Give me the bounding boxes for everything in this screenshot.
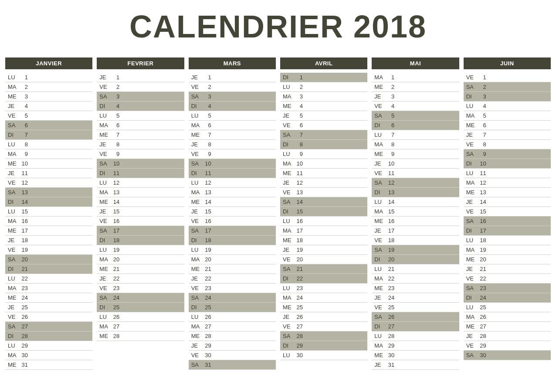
day-of-week: DI — [99, 103, 111, 109]
day-of-week: VE — [191, 285, 203, 291]
day-row: LU1 — [5, 73, 92, 82]
day-row: MA6 — [189, 121, 276, 130]
day-of-week: VE — [374, 304, 386, 311]
day-number: 6 — [111, 122, 119, 128]
day-of-week: MA — [191, 189, 203, 196]
day-number: 10 — [294, 160, 303, 167]
day-number: 26 — [478, 314, 486, 320]
day-number: 20 — [294, 256, 303, 263]
day-row: JE15 — [189, 207, 276, 216]
day-of-week: DI — [99, 304, 111, 311]
day-number: 12 — [111, 179, 119, 186]
day-of-week: DI — [374, 189, 386, 196]
day-of-week: MA — [99, 189, 111, 196]
day-row: VE25 — [372, 303, 459, 312]
day-number: 7 — [19, 132, 28, 138]
day-number: 1 — [478, 74, 486, 81]
day-of-week: MA — [466, 112, 478, 119]
day-row: ME27 — [464, 322, 551, 331]
day-row: JE12 — [280, 178, 367, 188]
day-number: 30 — [203, 352, 211, 358]
day-number: 18 — [386, 237, 394, 243]
month-column: AVRILDI1LU2MA3ME4JE5VE6SA7DI8LU9MA10ME11… — [280, 57, 367, 370]
day-number: 31 — [19, 362, 28, 368]
day-of-week: SA — [191, 362, 203, 368]
day-row: DI25 — [189, 303, 276, 312]
day-row: SA10 — [189, 159, 276, 169]
day-number: 14 — [111, 199, 119, 205]
day-of-week: VE — [191, 218, 203, 224]
day-of-week: ME — [191, 333, 203, 339]
month-column: MARSJE1VE2SA3DI4LU5MA6ME7JE8VE9SA10DI11L… — [189, 57, 276, 370]
day-row: DI11 — [189, 169, 276, 178]
day-row: SA21 — [280, 264, 367, 274]
day-number: 20 — [203, 256, 211, 263]
day-of-week: JE — [191, 141, 203, 148]
day-row: ME7 — [189, 130, 276, 140]
day-of-week: MA — [8, 285, 19, 291]
day-row: LU29 — [5, 341, 92, 351]
month-header: JUIN — [464, 57, 551, 69]
day-row: ME17 — [5, 226, 92, 236]
day-number: 14 — [203, 199, 211, 205]
day-number: 4 — [111, 103, 119, 109]
day-row: SA6 — [5, 121, 92, 130]
day-number: 3 — [203, 93, 211, 100]
day-number: 2 — [203, 84, 211, 90]
day-row: LU22 — [5, 274, 92, 284]
day-of-week: ME — [191, 266, 203, 272]
day-of-week: SA — [466, 285, 478, 291]
day-of-week: JE — [283, 179, 294, 186]
day-row: VE8 — [464, 140, 551, 149]
day-of-week: LU — [8, 141, 19, 148]
day-number: 3 — [386, 93, 394, 100]
day-row: LU8 — [5, 140, 92, 149]
day-row: ME25 — [280, 303, 367, 312]
page-title: CALENDRIER 2018 — [5, 9, 551, 44]
day-of-week: LU — [8, 342, 19, 349]
day-of-week: DI — [8, 132, 19, 138]
day-of-week: DI — [99, 237, 111, 243]
day-number: 27 — [294, 323, 303, 330]
day-of-week: VE — [466, 74, 478, 81]
day-of-week: SA — [8, 122, 19, 128]
calendar-grid: JANVIERLU1MA2ME3JE4VE5SA6DI7LU8MA9ME10JE… — [5, 57, 551, 370]
day-of-week: SA — [99, 227, 111, 234]
day-of-week: LU — [8, 208, 19, 215]
day-row: VE4 — [372, 101, 459, 111]
day-of-week: ME — [374, 151, 386, 157]
day-of-week: LU — [8, 74, 19, 81]
day-number: 8 — [294, 141, 303, 148]
day-row: LU21 — [372, 264, 459, 274]
day-number: 3 — [294, 93, 303, 100]
day-number: 8 — [203, 141, 211, 148]
day-of-week: VE — [99, 218, 111, 224]
day-of-week: VE — [466, 342, 478, 349]
day-row: MA12 — [464, 178, 551, 188]
day-row: JE19 — [280, 245, 367, 255]
day-row: DI20 — [372, 255, 459, 264]
day-of-week: ME — [99, 333, 111, 339]
day-row: SA26 — [372, 312, 459, 322]
day-number: 22 — [294, 275, 303, 282]
day-row: MA30 — [5, 351, 92, 360]
month-column: JUINVE1SA2DI3LU4MA5ME6JE7VE8SA9DI10LU11M… — [464, 57, 551, 370]
day-row: VE9 — [189, 149, 276, 159]
day-of-week: JE — [466, 266, 478, 272]
day-row: LU16 — [280, 216, 367, 226]
day-row: SA24 — [189, 293, 276, 303]
day-row: LU23 — [280, 284, 367, 293]
day-number: 22 — [19, 275, 28, 282]
day-row: JE5 — [280, 111, 367, 121]
day-of-week: VE — [99, 84, 111, 90]
day-of-week: MA — [8, 218, 19, 224]
day-row: DI13 — [372, 188, 459, 197]
day-number: 24 — [111, 294, 119, 301]
day-row: SA17 — [189, 226, 276, 236]
day-number: 19 — [294, 247, 303, 253]
day-of-week: VE — [466, 208, 478, 215]
day-of-week: DI — [283, 141, 294, 148]
day-number: 27 — [111, 323, 119, 330]
day-of-week: SA — [99, 294, 111, 301]
day-of-week: DI — [374, 323, 386, 330]
